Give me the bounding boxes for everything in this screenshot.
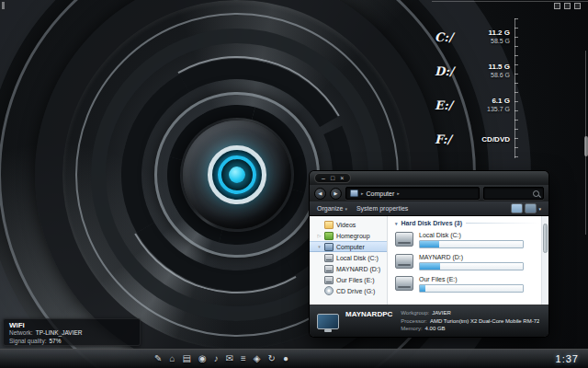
drive-icon xyxy=(324,265,334,273)
navigation-bar: ◀ ▶ ▸ Computer ▸ xyxy=(310,185,548,201)
details-pane: MAYNARDPC Workgroup:JAVIER Processor:AMD… xyxy=(310,305,548,337)
collapse-arrow-icon[interactable]: ▾ xyxy=(395,221,398,226)
dock-music-icon[interactable]: ♪ xyxy=(214,354,219,363)
group-header-rule xyxy=(466,223,539,224)
sidebar-item-computer[interactable]: ▾ Computer xyxy=(310,241,387,252)
capacity-bar xyxy=(419,262,524,270)
views-button-icon[interactable] xyxy=(511,203,523,213)
capacity-bar xyxy=(419,240,524,248)
dock-dot-icon[interactable]: ● xyxy=(283,354,288,363)
organize-button[interactable]: Organize▾ xyxy=(317,205,347,212)
drive-item-c[interactable]: Local Disk (C:) xyxy=(395,232,539,248)
chevron-right-icon[interactable]: ▷ xyxy=(317,233,322,238)
forward-icon[interactable]: ▶ xyxy=(330,188,342,200)
desktop: C:/ 11.2 G 58.5 G D:/ 11.5 G 58.6 G E:/ … xyxy=(0,0,588,368)
file-list-pane: ▾ Hard Disk Drives (3) Local Disk (C:) xyxy=(388,216,548,305)
address-bar[interactable]: ▸ Computer ▸ xyxy=(345,187,480,200)
drive-meter-gadget: C:/ 11.2 G 58.5 G D:/ 11.5 G 58.6 G E:/ … xyxy=(435,20,510,156)
drive-total: 58.5 G xyxy=(491,38,510,46)
address-computer-icon xyxy=(350,190,358,197)
capacity-fill xyxy=(420,285,425,292)
drive-used: 11.5 G xyxy=(488,63,510,72)
close-icon[interactable]: × xyxy=(340,175,344,181)
drive-letter: F:/ xyxy=(435,132,451,146)
dock-folder-icon[interactable]: ▤ xyxy=(182,354,190,363)
chevron-down-icon[interactable]: ▾ xyxy=(317,244,322,249)
chevron-down-icon[interactable]: ▾ xyxy=(538,206,541,212)
hard-drive-icon xyxy=(395,232,413,247)
drive-letter: E:/ xyxy=(435,98,452,112)
edge-button-icon[interactable] xyxy=(554,3,560,9)
drive-used: 6.1 G xyxy=(492,97,510,106)
vertical-scrollbar[interactable] xyxy=(541,216,548,305)
view-options: ▾ xyxy=(511,203,541,213)
drive-meter-row[interactable]: F:/ CD/DVD xyxy=(435,122,510,156)
drive-icon xyxy=(324,276,334,284)
edge-top-left-mark xyxy=(2,2,5,9)
system-properties-button[interactable]: System properties xyxy=(356,205,408,212)
spec-workgroup: Workgroup:JAVIER xyxy=(401,309,539,316)
dock-home-icon[interactable]: ⌂ xyxy=(169,354,175,363)
command-toolbar: Organize▾ System properties ▾ xyxy=(310,201,548,216)
homegroup-icon xyxy=(324,232,334,240)
dock-refresh-icon[interactable]: ↻ xyxy=(268,354,276,363)
hard-drive-icon xyxy=(395,254,413,269)
drive-icon xyxy=(324,254,334,262)
spec-memory: Memory:4.00 GB xyxy=(401,325,539,332)
sidebar-item-cd-drive-g[interactable]: CD Drive (G:) xyxy=(310,285,387,296)
drive-total: 58.6 G xyxy=(491,72,510,80)
sidebar-item-our-files-e[interactable]: Our Files (E:) xyxy=(310,274,387,285)
drive-used: CD/DVD xyxy=(481,135,510,144)
edge-slider-handle[interactable] xyxy=(584,136,588,156)
sidebar-item-homegroup[interactable]: ▷ Homegroup xyxy=(310,230,387,241)
computer-icon xyxy=(317,314,339,329)
sidebar-item-local-disk-c[interactable]: Local Disk (C:) xyxy=(310,252,387,263)
breadcrumb[interactable]: Computer xyxy=(367,190,395,197)
drive-meter-row[interactable]: D:/ 11.5 G 58.6 G xyxy=(435,54,510,88)
crumb-arrow-icon: ▸ xyxy=(361,190,364,196)
window-content: Videos ▷ Homegroup ▾ Computer Local Disk… xyxy=(310,216,548,305)
preview-pane-icon[interactable] xyxy=(525,203,537,213)
dock-menu-icon[interactable]: ≡ xyxy=(241,354,246,363)
drive-meter-row[interactable]: E:/ 6.1 G 135.7 G xyxy=(435,88,510,122)
edge-button-icon[interactable] xyxy=(574,3,581,9)
crumb-arrow-icon[interactable]: ▸ xyxy=(397,190,400,196)
drive-letter: D:/ xyxy=(435,64,454,78)
navigation-pane: Videos ▷ Homegroup ▾ Computer Local Disk… xyxy=(310,216,388,305)
folder-icon xyxy=(324,221,334,229)
capacity-fill xyxy=(420,241,439,247)
maximize-icon[interactable]: □ xyxy=(331,175,334,181)
search-input[interactable] xyxy=(483,187,544,200)
taskbar: ✎ ⌂ ▤ ◉ ♪ ✉ ≡ ◈ ↻ ● 1:37 xyxy=(0,349,588,368)
capacity-bar xyxy=(419,284,524,293)
caption-buttons: – □ × xyxy=(314,173,351,183)
drive-total: 135.7 G xyxy=(487,106,510,114)
drive-item-d[interactable]: MAYNARD (D:) xyxy=(395,254,539,270)
drive-meter-row[interactable]: C:/ 11.2 G 58.5 G xyxy=(435,20,510,54)
wifi-gadget-title: WiFi xyxy=(9,321,134,329)
edge-button-icon[interactable] xyxy=(564,3,571,9)
edge-buttons xyxy=(554,3,581,9)
dock-mail-icon[interactable]: ✉ xyxy=(226,354,233,363)
computer-specs: Workgroup:JAVIER Processor:AMD Turion(tm… xyxy=(401,309,539,332)
computer-name: MAYNARDPC xyxy=(345,310,392,318)
drive-item-e[interactable]: Our Files (E:) xyxy=(395,276,539,293)
dock-gem-icon[interactable]: ◈ xyxy=(254,354,261,363)
explorer-window: – □ × ◀ ▶ ▸ Computer ▸ Organize▾ System … xyxy=(310,171,548,337)
wifi-network-row: Network:TP-LINK_JAVIER xyxy=(9,329,134,338)
drive-letter: C:/ xyxy=(435,30,453,44)
back-icon[interactable]: ◀ xyxy=(314,188,326,200)
window-titlebar[interactable]: – □ × xyxy=(310,171,548,185)
minimize-icon[interactable]: – xyxy=(322,175,325,181)
wifi-signal-row: Signal quality:57% xyxy=(9,338,134,346)
group-header[interactable]: ▾ Hard Disk Drives (3) xyxy=(395,220,539,226)
dock-disc-icon[interactable]: ◉ xyxy=(198,354,207,363)
wifi-gadget[interactable]: WiFi Network:TP-LINK_JAVIER Signal quali… xyxy=(3,318,141,346)
dock-pen-icon[interactable]: ✎ xyxy=(154,354,162,363)
sidebar-item-videos[interactable]: Videos xyxy=(310,219,387,230)
scrollbar-thumb[interactable] xyxy=(543,224,548,253)
capacity-fill xyxy=(420,263,440,270)
chevron-down-icon: ▾ xyxy=(345,206,347,212)
clock[interactable]: 1:37 xyxy=(556,350,579,368)
sidebar-item-maynard-d[interactable]: MAYNARD (D:) xyxy=(310,263,387,274)
